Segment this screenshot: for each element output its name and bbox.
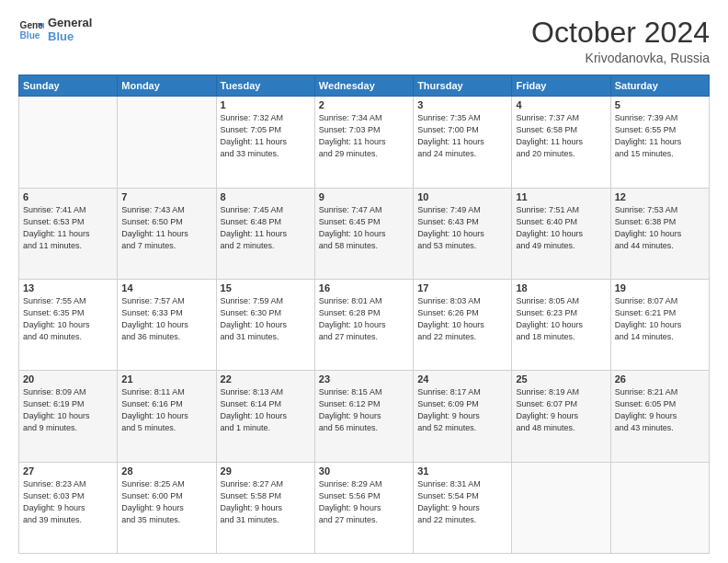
day-number: 24: [417, 373, 507, 385]
day-info: Sunrise: 8:25 AM Sunset: 6:00 PM Dayligh…: [121, 478, 211, 526]
calendar-cell: 15Sunrise: 7:59 AM Sunset: 6:30 PM Dayli…: [216, 279, 314, 370]
calendar-cell: 8Sunrise: 7:45 AM Sunset: 6:48 PM Daylig…: [216, 188, 314, 279]
day-info: Sunrise: 8:11 AM Sunset: 6:16 PM Dayligh…: [121, 386, 211, 434]
day-info: Sunrise: 8:15 AM Sunset: 6:12 PM Dayligh…: [319, 386, 409, 434]
day-number: 19: [615, 282, 705, 293]
calendar-cell: [512, 462, 610, 553]
day-number: 14: [121, 282, 211, 293]
day-info: Sunrise: 8:05 AM Sunset: 6:23 PM Dayligh…: [516, 295, 606, 343]
calendar-cell: 29Sunrise: 8:27 AM Sunset: 5:58 PM Dayli…: [216, 462, 314, 553]
month-title: October 2024: [531, 17, 710, 49]
day-info: Sunrise: 7:39 AM Sunset: 6:55 PM Dayligh…: [615, 112, 705, 160]
day-info: Sunrise: 7:41 AM Sunset: 6:53 PM Dayligh…: [23, 204, 113, 252]
day-info: Sunrise: 7:55 AM Sunset: 6:35 PM Dayligh…: [23, 295, 113, 343]
header: General Blue General Blue October 2024 K…: [18, 17, 710, 65]
calendar-cell: 12Sunrise: 7:53 AM Sunset: 6:38 PM Dayli…: [610, 188, 709, 279]
day-number: 4: [516, 99, 606, 110]
day-number: 31: [417, 465, 507, 477]
calendar-cell: 17Sunrise: 8:03 AM Sunset: 6:26 PM Dayli…: [414, 279, 512, 370]
calendar-table: Sunday Monday Tuesday Wednesday Thursday…: [18, 75, 710, 554]
day-number: 7: [121, 191, 211, 202]
calendar-cell: 21Sunrise: 8:11 AM Sunset: 6:16 PM Dayli…: [118, 371, 216, 462]
day-info: Sunrise: 8:31 AM Sunset: 5:54 PM Dayligh…: [417, 478, 507, 526]
day-info: Sunrise: 8:13 AM Sunset: 6:14 PM Dayligh…: [221, 386, 311, 434]
calendar-week-4: 20Sunrise: 8:09 AM Sunset: 6:19 PM Dayli…: [19, 371, 710, 462]
day-number: 20: [23, 373, 113, 385]
calendar-cell: 14Sunrise: 7:57 AM Sunset: 6:33 PM Dayli…: [118, 279, 216, 370]
calendar-cell: 23Sunrise: 8:15 AM Sunset: 6:12 PM Dayli…: [314, 371, 413, 462]
day-info: Sunrise: 7:51 AM Sunset: 6:40 PM Dayligh…: [516, 204, 606, 252]
calendar-week-2: 6Sunrise: 7:41 AM Sunset: 6:53 PM Daylig…: [19, 188, 710, 279]
calendar-cell: 10Sunrise: 7:49 AM Sunset: 6:43 PM Dayli…: [414, 188, 512, 279]
day-number: 6: [23, 191, 113, 202]
day-number: 8: [221, 191, 311, 202]
calendar-cell: 3Sunrise: 7:35 AM Sunset: 7:00 PM Daylig…: [414, 97, 512, 188]
calendar-cell: 4Sunrise: 7:37 AM Sunset: 6:58 PM Daylig…: [512, 97, 610, 188]
day-number: 1: [221, 99, 311, 110]
day-info: Sunrise: 7:34 AM Sunset: 7:03 PM Dayligh…: [319, 112, 409, 160]
day-info: Sunrise: 8:03 AM Sunset: 6:26 PM Dayligh…: [417, 295, 507, 343]
calendar-cell: 20Sunrise: 8:09 AM Sunset: 6:19 PM Dayli…: [19, 371, 118, 462]
calendar-cell: 27Sunrise: 8:23 AM Sunset: 6:03 PM Dayli…: [19, 462, 118, 553]
day-number: 27: [23, 465, 113, 477]
page: General Blue General Blue October 2024 K…: [0, 0, 728, 563]
calendar-cell: 5Sunrise: 7:39 AM Sunset: 6:55 PM Daylig…: [610, 97, 709, 188]
title-block: October 2024 Krivodanovka, Russia: [531, 17, 710, 65]
calendar-cell: [610, 462, 709, 553]
col-monday: Monday: [118, 75, 216, 97]
day-number: 12: [615, 191, 705, 202]
day-number: 3: [417, 99, 507, 110]
day-number: 26: [615, 373, 705, 385]
calendar-cell: 11Sunrise: 7:51 AM Sunset: 6:40 PM Dayli…: [512, 188, 610, 279]
calendar-week-1: 1Sunrise: 7:32 AM Sunset: 7:05 PM Daylig…: [19, 97, 710, 188]
day-number: 25: [516, 373, 606, 385]
col-thursday: Thursday: [414, 75, 512, 97]
col-sunday: Sunday: [19, 75, 118, 97]
day-info: Sunrise: 8:27 AM Sunset: 5:58 PM Dayligh…: [221, 478, 311, 526]
day-info: Sunrise: 7:43 AM Sunset: 6:50 PM Dayligh…: [121, 204, 211, 252]
day-number: 15: [221, 282, 311, 293]
location: Krivodanovka, Russia: [531, 51, 710, 65]
calendar-cell: 1Sunrise: 7:32 AM Sunset: 7:05 PM Daylig…: [216, 97, 314, 188]
day-info: Sunrise: 7:37 AM Sunset: 6:58 PM Dayligh…: [516, 112, 606, 160]
calendar-week-5: 27Sunrise: 8:23 AM Sunset: 6:03 PM Dayli…: [19, 462, 710, 553]
calendar-cell: 13Sunrise: 7:55 AM Sunset: 6:35 PM Dayli…: [19, 279, 118, 370]
col-saturday: Saturday: [610, 75, 709, 97]
calendar-cell: [118, 97, 216, 188]
day-info: Sunrise: 8:07 AM Sunset: 6:21 PM Dayligh…: [615, 295, 705, 343]
day-number: 10: [417, 191, 507, 202]
calendar-cell: 18Sunrise: 8:05 AM Sunset: 6:23 PM Dayli…: [512, 279, 610, 370]
calendar-header-row: Sunday Monday Tuesday Wednesday Thursday…: [19, 75, 710, 97]
day-number: 18: [516, 282, 606, 293]
day-info: Sunrise: 7:49 AM Sunset: 6:43 PM Dayligh…: [417, 204, 507, 252]
day-info: Sunrise: 7:57 AM Sunset: 6:33 PM Dayligh…: [121, 295, 211, 343]
day-number: 21: [121, 373, 211, 385]
calendar-week-3: 13Sunrise: 7:55 AM Sunset: 6:35 PM Dayli…: [19, 279, 710, 370]
logo-line2: Blue: [48, 30, 92, 44]
col-friday: Friday: [512, 75, 610, 97]
calendar-cell: 28Sunrise: 8:25 AM Sunset: 6:00 PM Dayli…: [118, 462, 216, 553]
day-number: 13: [23, 282, 113, 293]
day-number: 23: [319, 373, 409, 385]
calendar-cell: 16Sunrise: 8:01 AM Sunset: 6:28 PM Dayli…: [314, 279, 413, 370]
calendar-cell: 25Sunrise: 8:19 AM Sunset: 6:07 PM Dayli…: [512, 371, 610, 462]
calendar-cell: 6Sunrise: 7:41 AM Sunset: 6:53 PM Daylig…: [19, 188, 118, 279]
day-info: Sunrise: 8:01 AM Sunset: 6:28 PM Dayligh…: [319, 295, 409, 343]
day-info: Sunrise: 7:47 AM Sunset: 6:45 PM Dayligh…: [319, 204, 409, 252]
calendar-cell: [19, 97, 118, 188]
col-wednesday: Wednesday: [314, 75, 413, 97]
calendar-cell: 7Sunrise: 7:43 AM Sunset: 6:50 PM Daylig…: [118, 188, 216, 279]
day-number: 5: [615, 99, 705, 110]
calendar-cell: 26Sunrise: 8:21 AM Sunset: 6:05 PM Dayli…: [610, 371, 709, 462]
day-number: 16: [319, 282, 409, 293]
logo-line1: General: [48, 17, 92, 30]
logo: General Blue General Blue: [18, 17, 92, 44]
day-info: Sunrise: 7:59 AM Sunset: 6:30 PM Dayligh…: [221, 295, 311, 343]
calendar-cell: 2Sunrise: 7:34 AM Sunset: 7:03 PM Daylig…: [314, 97, 413, 188]
day-info: Sunrise: 8:29 AM Sunset: 5:56 PM Dayligh…: [319, 478, 409, 526]
day-info: Sunrise: 8:17 AM Sunset: 6:09 PM Dayligh…: [417, 386, 507, 434]
calendar-cell: 24Sunrise: 8:17 AM Sunset: 6:09 PM Dayli…: [414, 371, 512, 462]
calendar-cell: 31Sunrise: 8:31 AM Sunset: 5:54 PM Dayli…: [414, 462, 512, 553]
calendar-cell: 19Sunrise: 8:07 AM Sunset: 6:21 PM Dayli…: [610, 279, 709, 370]
day-info: Sunrise: 8:09 AM Sunset: 6:19 PM Dayligh…: [23, 386, 113, 434]
